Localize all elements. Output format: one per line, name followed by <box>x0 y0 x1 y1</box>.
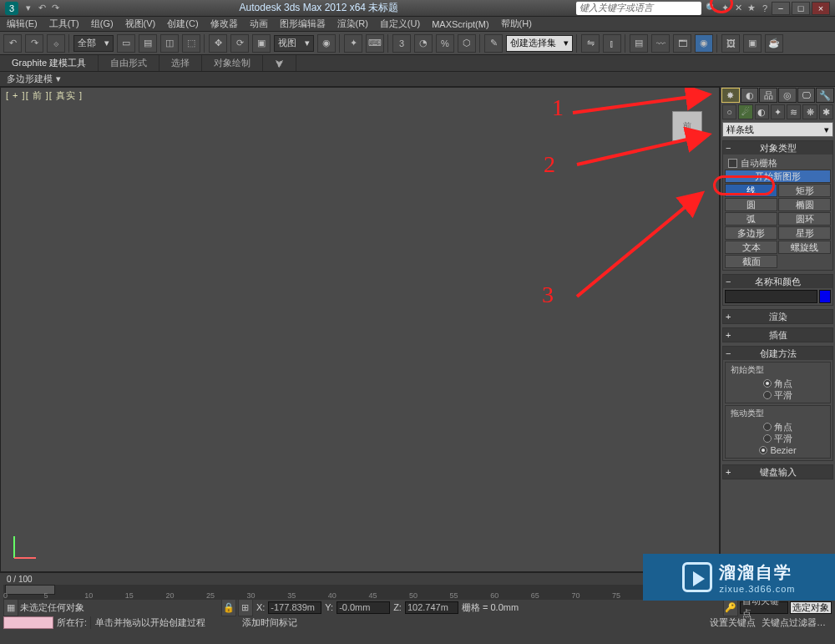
named-selection-dropdown[interactable]: 创建选择集▾ <box>506 35 573 52</box>
absolute-mode-icon[interactable]: ⊞ <box>238 598 253 616</box>
spinner-snap-icon[interactable]: ⬡ <box>458 34 476 53</box>
edit-named-icon[interactable]: ✎ <box>484 34 503 53</box>
viewport-front[interactable]: [ + ][ 前 ][ 真实 ] 前 1 2 3 <box>0 87 720 572</box>
trackbar-toggle-icon[interactable]: ▦ <box>3 598 18 616</box>
menu-tools[interactable]: 工具(T) <box>49 18 79 30</box>
qa-new-icon[interactable]: ▾ <box>22 3 35 13</box>
category-dropdown[interactable]: 样条线▾ <box>722 122 833 137</box>
menu-modifiers[interactable]: 修改器 <box>210 18 238 30</box>
cameras-icon[interactable]: ✦ <box>771 104 785 119</box>
scale-icon[interactable]: ▣ <box>252 34 271 53</box>
menu-edit[interactable]: 编辑(E) <box>7 18 38 30</box>
minimize-button[interactable]: − <box>772 2 790 15</box>
render-header[interactable]: 渲染 <box>769 311 787 323</box>
text-button[interactable]: 文本 <box>725 241 777 254</box>
qa-undo-icon[interactable]: ↶ <box>35 3 48 13</box>
display-tab-icon[interactable]: 🖵 <box>797 88 816 103</box>
viewcube[interactable]: 前 <box>672 111 702 141</box>
shapes-icon[interactable]: ☄ <box>738 104 752 119</box>
menu-help[interactable]: 帮助(H) <box>501 18 532 30</box>
ref-coord-dropdown[interactable]: 视图▾ <box>274 35 314 52</box>
init-corner-radio[interactable] <box>763 379 772 388</box>
lock-selection-icon[interactable]: 🔒 <box>221 598 236 616</box>
close-button[interactable]: × <box>812 2 830 15</box>
menu-render[interactable]: 渲染(R) <box>337 18 368 30</box>
circle-button[interactable]: 圆 <box>725 198 777 211</box>
exchange-icon[interactable]: ✕ <box>731 3 745 13</box>
geometry-icon[interactable]: ○ <box>722 104 736 119</box>
section-button[interactable]: 截面 <box>725 255 777 268</box>
menu-customize[interactable]: 自定义(U) <box>380 18 420 30</box>
redo-icon[interactable]: ↷ <box>25 34 43 53</box>
helix-button[interactable]: 螺旋线 <box>778 241 831 254</box>
object-color-swatch[interactable] <box>819 290 831 303</box>
donut-button[interactable]: 圆环 <box>778 212 831 226</box>
rendered-frame-icon[interactable]: ▣ <box>743 34 762 53</box>
ellipse-button[interactable]: 椭圆 <box>778 198 831 211</box>
object-type-header[interactable]: 对象类型 <box>760 142 797 155</box>
menu-group[interactable]: 组(G) <box>91 18 114 30</box>
setkey-button[interactable]: 设置关键点 <box>710 616 758 629</box>
object-name-input[interactable] <box>725 290 817 303</box>
render-setup-icon[interactable]: 🖼 <box>721 34 740 53</box>
arc-button[interactable]: 弧 <box>725 212 777 226</box>
script-listener[interactable] <box>3 616 53 629</box>
create-tab-icon[interactable]: ✸ <box>721 88 740 103</box>
graphite-tab-selection[interactable]: 选择 <box>159 55 202 71</box>
menu-animation[interactable]: 动画 <box>250 18 268 30</box>
keyboard-header[interactable]: 键盘输入 <box>760 466 797 479</box>
link-icon[interactable]: ⟐ <box>47 34 65 53</box>
app-icon[interactable]: 3 <box>5 2 18 15</box>
mirror-icon[interactable]: ⇋ <box>581 34 600 53</box>
graphite-tab-objpaint[interactable]: 对象绘制 <box>202 55 263 71</box>
layers-icon[interactable]: ▤ <box>630 34 648 53</box>
curve-editor-icon[interactable]: 〰 <box>651 34 670 53</box>
keyboard-icon[interactable]: ⌨ <box>366 34 384 53</box>
snap-icon[interactable]: 3 <box>392 34 411 53</box>
undo-icon[interactable]: ↶ <box>3 34 22 53</box>
init-smooth-radio[interactable] <box>763 391 772 399</box>
key-filters-button[interactable]: 关键点过滤器… <box>762 616 832 629</box>
graphite-tab-freeform[interactable]: 自由形式 <box>99 55 159 71</box>
menu-maxscript[interactable]: MAXScript(M) <box>432 19 488 29</box>
create-method-header[interactable]: 创建方法 <box>760 347 797 360</box>
select-icon[interactable]: ▭ <box>117 34 135 53</box>
select-manip-icon[interactable]: ✦ <box>344 34 362 53</box>
add-time-tag[interactable]: 添加时间标记 <box>242 616 309 629</box>
help-icon[interactable]: ? <box>758 3 772 13</box>
schematic-icon[interactable]: 🗔 <box>673 34 691 53</box>
select-region-icon[interactable]: ◫ <box>160 34 179 53</box>
key-icon[interactable]: 🔑 <box>723 598 738 616</box>
autokey-button[interactable]: 自动关键点 <box>740 601 788 614</box>
select-name-icon[interactable]: ▤ <box>139 34 157 53</box>
selection-filter-dropdown[interactable]: 全部▾ <box>73 35 114 52</box>
modify-tab-icon[interactable]: ◐ <box>741 88 759 103</box>
viewport-label[interactable]: [ + ][ 前 ][ 真实 ] <box>6 89 83 102</box>
lights-icon[interactable]: ◐ <box>755 104 769 119</box>
graphite-minimize-icon[interactable]: ⮟ <box>263 55 296 71</box>
ngon-button[interactable]: 多边形 <box>725 226 777 240</box>
drag-bezier-radio[interactable] <box>759 446 767 454</box>
z-input[interactable]: 102.747m <box>405 601 458 614</box>
systems-icon[interactable]: ✱ <box>819 104 833 119</box>
menu-views[interactable]: 视图(V) <box>125 18 156 30</box>
graphite-panel-label[interactable]: 多边形建模▾ <box>0 72 835 87</box>
name-color-header[interactable]: 名称和颜色 <box>755 276 801 288</box>
favorites-icon[interactable]: ★ <box>745 3 758 13</box>
helpers-icon[interactable]: ≋ <box>787 104 801 119</box>
rotate-icon[interactable]: ⟳ <box>230 34 249 53</box>
graphite-tab-modeling[interactable]: Graphite 建模工具 <box>0 55 99 71</box>
drag-corner-radio[interactable] <box>763 423 772 431</box>
autogrid-checkbox[interactable] <box>728 159 737 168</box>
window-crossing-icon[interactable]: ⬚ <box>182 34 200 53</box>
spacewarps-icon[interactable]: ❋ <box>802 104 817 119</box>
selected-dropdown[interactable]: 选定对象 <box>790 601 832 614</box>
hierarchy-tab-icon[interactable]: 品 <box>759 88 777 103</box>
qa-redo-icon[interactable]: ↷ <box>48 3 62 13</box>
restore-button[interactable]: □ <box>792 2 810 15</box>
drag-smooth-radio[interactable] <box>763 434 772 443</box>
material-editor-icon[interactable]: ◉ <box>695 34 713 53</box>
x-input[interactable]: -177.839m <box>268 601 321 614</box>
menu-graph[interactable]: 图形编辑器 <box>280 18 326 30</box>
rectangle-button[interactable]: 矩形 <box>778 184 831 197</box>
